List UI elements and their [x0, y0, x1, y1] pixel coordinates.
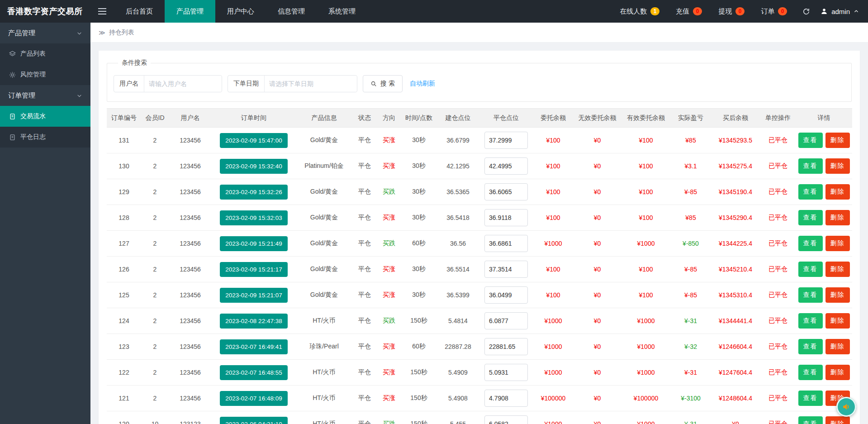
delete-button[interactable]: 删除 [825, 210, 850, 225]
cell-username: 123456 [169, 153, 212, 179]
sound-float-button[interactable] [836, 397, 856, 417]
view-button[interactable]: 查看 [798, 287, 823, 303]
order-time-button[interactable]: 2023-02-07 16:48:09 [220, 391, 287, 406]
cell-invalid-entrust: ¥0 [574, 257, 621, 282]
delete-button[interactable]: 删除 [825, 287, 850, 303]
cell-product: Gold/黄金 [296, 179, 352, 205]
view-button[interactable]: 查看 [798, 391, 823, 406]
delete-button[interactable]: 删除 [825, 262, 850, 277]
close-point-input[interactable] [484, 364, 528, 381]
view-button[interactable]: 查看 [798, 365, 823, 380]
col-balance: 买后余额 [711, 109, 760, 128]
nav-item-dashboard[interactable]: 后台首页 [114, 0, 165, 23]
view-button[interactable]: 查看 [798, 133, 823, 148]
delete-button[interactable]: 删除 [825, 313, 850, 329]
chevron-down-icon [76, 93, 82, 99]
view-button[interactable]: 查看 [798, 262, 823, 277]
sidebar-group-order-management[interactable]: 订单管理 [0, 85, 90, 106]
cell-balance: ¥1248604.4 [711, 386, 760, 411]
cell-invalid-entrust: ¥0 [574, 360, 621, 386]
close-point-input[interactable] [484, 132, 528, 149]
order-time-button[interactable]: 2023-02-08 22:47:38 [220, 314, 287, 329]
cell-balance: ¥1345293.5 [711, 128, 760, 153]
delete-button[interactable]: 删除 [825, 339, 850, 354]
refresh-icon[interactable] [795, 0, 817, 23]
close-point-input[interactable] [484, 390, 528, 407]
close-point-input[interactable] [484, 338, 528, 355]
breadcrumb: ≫ 持仓列表 [90, 23, 868, 43]
order-time-button[interactable]: 2023-02-07 16:49:41 [220, 339, 287, 354]
delete-button[interactable]: 删除 [825, 236, 850, 251]
nav-item-product-management[interactable]: 产品管理 [165, 0, 215, 23]
order-date-input[interactable] [264, 76, 357, 92]
cell-invalid-entrust: ¥0 [574, 231, 621, 257]
sidebar-item-close-log[interactable]: 平仓日志 [0, 127, 90, 148]
stat-withdraw[interactable]: 提现 0 [710, 0, 753, 23]
view-button[interactable]: 查看 [798, 236, 823, 251]
stat-recharge[interactable]: 充值 0 [668, 0, 710, 23]
view-button[interactable]: 查看 [798, 313, 823, 329]
user-menu[interactable]: admin [817, 8, 868, 15]
order-time-button[interactable]: 2023-02-09 15:47:00 [220, 133, 287, 148]
cell-balance: ¥1345290.4 [711, 205, 760, 231]
close-point-input[interactable] [484, 235, 528, 252]
table-row: 125 2 123456 2023-02-09 15:21:07 Gold/黄金… [107, 282, 852, 308]
cell-valid-entrust: ¥1000 [621, 411, 671, 424]
nav-item-info-management[interactable]: 信息管理 [266, 0, 317, 23]
username-input[interactable] [144, 76, 222, 92]
cell-order-no: 131 [107, 128, 141, 153]
stat-orders[interactable]: 订单 0 [753, 0, 795, 23]
order-time-button[interactable]: 2023-02-09 15:21:49 [220, 236, 287, 251]
sidebar-item-label: 交易流水 [20, 112, 46, 120]
sidebar-group-product-management[interactable]: 产品管理 [0, 23, 90, 43]
cell-open-point: 36.6799 [436, 128, 479, 153]
close-point-input[interactable] [484, 415, 528, 424]
close-point-input[interactable] [484, 312, 528, 329]
cell-order-no: 126 [107, 257, 141, 282]
cell-balance: ¥1345310.4 [711, 282, 760, 308]
cell-balance: ¥1344441.4 [711, 308, 760, 334]
order-time-button[interactable]: 2023-02-06 04:21:10 [220, 417, 287, 424]
cell-username: 123456 [169, 205, 212, 231]
order-time-button[interactable]: 2023-02-09 15:32:03 [220, 210, 287, 225]
sidebar-item-trade-flow[interactable]: 交易流水 [0, 106, 90, 127]
delete-button[interactable]: 删除 [825, 184, 850, 200]
content-card: 条件搜索 用户名 下单日期 搜 索 自动刷新 [99, 51, 860, 424]
view-button[interactable]: 查看 [798, 416, 823, 424]
order-time-button[interactable]: 2023-02-09 15:32:40 [220, 159, 287, 174]
cell-control: 已平仓 [760, 386, 796, 411]
auto-refresh-link[interactable]: 自动刷新 [410, 80, 435, 88]
cell-balance: ¥1246604.4 [711, 334, 760, 360]
delete-button[interactable]: 删除 [825, 158, 850, 174]
order-time-button[interactable]: 2023-02-09 15:21:07 [220, 288, 287, 303]
close-point-input[interactable] [484, 209, 528, 226]
hamburger-icon[interactable] [90, 0, 114, 23]
order-time-button[interactable]: 2023-02-09 15:21:17 [220, 262, 287, 277]
search-button[interactable]: 搜 索 [363, 75, 403, 92]
view-button[interactable]: 查看 [798, 184, 823, 200]
close-point-input[interactable] [484, 183, 528, 200]
cell-status: 平仓 [352, 205, 377, 231]
delete-button[interactable]: 删除 [825, 365, 850, 380]
close-point-input[interactable] [484, 157, 528, 175]
cell-valid-entrust: ¥1000 [621, 231, 671, 257]
view-button[interactable]: 查看 [798, 158, 823, 174]
stat-online-users[interactable]: 在线人数 1 [612, 0, 668, 23]
close-point-input[interactable] [484, 286, 528, 304]
nav-item-user-center[interactable]: 用户中心 [215, 0, 266, 23]
nav-item-system-management[interactable]: 系统管理 [317, 0, 367, 23]
sidebar-item-risk-control[interactable]: 风控管理 [0, 64, 90, 85]
delete-button[interactable]: 删除 [825, 416, 850, 424]
cell-valid-entrust: ¥1000 [621, 308, 671, 334]
close-point-input[interactable] [484, 261, 528, 278]
sidebar-item-product-list[interactable]: 产品列表 [0, 43, 90, 64]
order-time-button[interactable]: 2023-02-07 16:48:55 [220, 365, 287, 380]
cell-invalid-entrust: ¥0 [574, 386, 621, 411]
view-button[interactable]: 查看 [798, 210, 823, 225]
order-time-button[interactable]: 2023-02-09 15:32:26 [220, 185, 287, 200]
cell-member-id: 2 [141, 153, 169, 179]
delete-button[interactable]: 删除 [825, 133, 850, 148]
cell-duration: 30秒 [401, 179, 436, 205]
cell-profit: ¥-85 [671, 282, 711, 308]
view-button[interactable]: 查看 [798, 339, 823, 354]
